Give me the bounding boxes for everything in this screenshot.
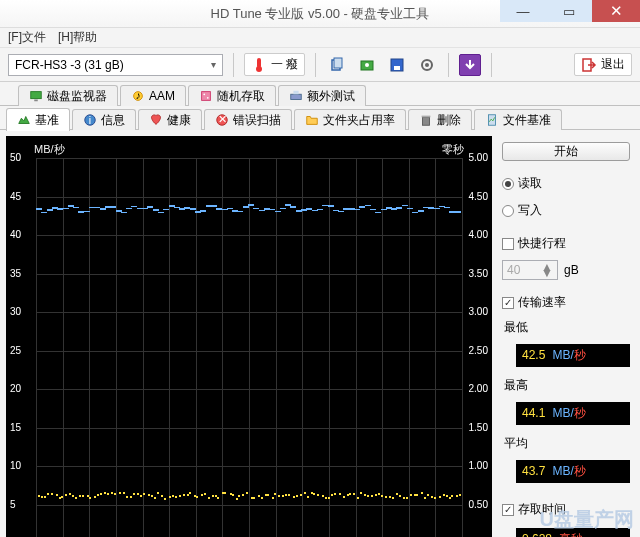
svg-rect-3 — [334, 58, 342, 68]
chevron-down-icon: ▾ — [211, 59, 216, 70]
y-right-unit: 零秒 — [442, 142, 464, 157]
y-right-tick: 3.50 — [469, 268, 488, 279]
screenshot-button[interactable] — [356, 54, 378, 76]
tab-health[interactable]: 健康 — [138, 109, 202, 130]
avg-value: 43.7 MB/秒 — [516, 460, 630, 483]
svg-text:♪: ♪ — [135, 89, 140, 101]
temperature-display: 一 癈 — [244, 53, 305, 76]
svg-point-1 — [256, 66, 262, 72]
write-radio[interactable]: 写入 — [502, 202, 630, 219]
tab-row-upper: 磁盘监视器♪AAM随机存取额外测试 — [0, 82, 640, 106]
y-left-tick: 15 — [10, 422, 21, 433]
radio-icon — [502, 178, 514, 190]
tab-info[interactable]: i信息 — [72, 109, 136, 130]
svg-rect-12 — [34, 100, 38, 102]
max-value: 44.1 MB/秒 — [516, 402, 630, 425]
error-icon: ✕ — [215, 113, 229, 127]
svg-rect-24 — [423, 117, 430, 125]
read-radio[interactable]: 读取 — [502, 175, 630, 192]
short-stroke-checkbox[interactable]: 快捷行程 — [502, 235, 630, 252]
y-right-tick: 2.00 — [469, 383, 488, 394]
maximize-button[interactable]: ▭ — [546, 0, 592, 22]
save-button[interactable] — [386, 54, 408, 76]
min-label: 最低 — [504, 319, 630, 336]
min-value: 42.5 MB/秒 — [516, 344, 630, 367]
settings-button[interactable] — [416, 54, 438, 76]
random-icon — [199, 89, 213, 103]
benchmark-chart: MB/秒 零秒 505.00454.50404.00353.50303.0025… — [6, 136, 492, 537]
y-left-tick: 5 — [10, 499, 16, 510]
checkbox-icon — [502, 504, 514, 516]
tab-aam[interactable]: ♪AAM — [120, 85, 186, 106]
y-right-tick: 1.50 — [469, 422, 488, 433]
title-bar: HD Tune 专业版 v5.00 - 硬盘专业工具 — ▭ ✕ — [0, 0, 640, 28]
side-panel: 开始 读取 写入 快捷行程 40▲▼ gB 传输速率 最低 42.5 MB/秒 … — [492, 136, 634, 537]
info-icon: i — [83, 113, 97, 127]
access-value: 0.628 毫秒 — [516, 528, 630, 537]
menu-bar: [F]文件 [H]帮助 — [0, 28, 640, 48]
access-time-checkbox[interactable]: 存取时间 — [502, 501, 630, 518]
svg-point-16 — [203, 93, 205, 95]
tab-folder[interactable]: 文件夹占用率 — [294, 109, 406, 130]
short-stroke-value[interactable]: 40▲▼ — [502, 260, 558, 280]
y-right-tick: 4.00 — [469, 229, 488, 240]
y-right-tick: 0.50 — [469, 499, 488, 510]
camera-icon — [359, 57, 375, 73]
tab-monitor[interactable]: 磁盘监视器 — [18, 85, 118, 106]
close-button[interactable]: ✕ — [592, 0, 640, 22]
copy-button[interactable] — [326, 54, 348, 76]
y-right-tick: 3.00 — [469, 306, 488, 317]
svg-rect-7 — [394, 66, 400, 70]
svg-point-17 — [207, 97, 209, 99]
radio-icon — [502, 205, 514, 217]
svg-point-9 — [425, 63, 429, 67]
y-right-tick: 2.50 — [469, 345, 488, 356]
svg-rect-15 — [202, 92, 211, 101]
exit-icon — [581, 57, 597, 73]
svg-rect-25 — [422, 116, 431, 118]
svg-point-5 — [365, 63, 369, 67]
bench-icon — [17, 113, 31, 127]
window-title: HD Tune 专业版 v5.00 - 硬盘专业工具 — [211, 5, 430, 23]
tab-filebench[interactable]: 文件基准 — [474, 109, 562, 130]
delete-icon — [419, 113, 433, 127]
y-left-tick: 30 — [10, 306, 21, 317]
y-left-unit: MB/秒 — [34, 142, 65, 157]
aam-icon: ♪ — [131, 89, 145, 103]
y-left-tick: 50 — [10, 152, 21, 163]
monitor-icon — [29, 89, 43, 103]
y-right-tick: 5.00 — [469, 152, 488, 163]
transfer-rate-checkbox[interactable]: 传输速率 — [502, 294, 630, 311]
minimize-button[interactable]: — — [500, 0, 546, 22]
tab-error[interactable]: ✕错误扫描 — [204, 109, 292, 130]
checkbox-icon — [502, 297, 514, 309]
max-label: 最高 — [504, 377, 630, 394]
tab-delete[interactable]: 删除 — [408, 109, 472, 130]
refresh-button[interactable] — [459, 54, 481, 76]
svg-text:✕: ✕ — [218, 113, 227, 125]
down-arrow-icon — [462, 57, 478, 73]
menu-file[interactable]: [F]文件 — [8, 29, 46, 46]
exit-button[interactable]: 退出 — [574, 53, 632, 76]
extra-icon — [289, 89, 303, 103]
y-right-tick: 1.00 — [469, 460, 488, 471]
tab-extra[interactable]: 额外测试 — [278, 85, 366, 106]
menu-help[interactable]: [H]帮助 — [58, 29, 97, 46]
folder-icon — [305, 113, 319, 127]
thermometer-icon — [251, 57, 267, 73]
drive-select-value: FCR-HS3 -3 (31 gB) — [15, 58, 124, 72]
y-left-tick: 40 — [10, 229, 21, 240]
tab-row-lower: 基准i信息健康✕错误扫描文件夹占用率删除文件基准 — [0, 106, 640, 130]
svg-rect-18 — [291, 94, 302, 99]
tab-bench[interactable]: 基准 — [6, 108, 70, 131]
health-icon — [149, 113, 163, 127]
avg-label: 平均 — [504, 435, 630, 452]
y-left-tick: 25 — [10, 345, 21, 356]
filebench-icon — [485, 113, 499, 127]
svg-rect-19 — [293, 91, 298, 95]
toolbar: FCR-HS3 -3 (31 gB) ▾ 一 癈 退出 — [0, 48, 640, 82]
checkbox-icon — [502, 238, 514, 250]
start-button[interactable]: 开始 — [502, 142, 630, 161]
tab-random[interactable]: 随机存取 — [188, 85, 276, 106]
drive-select[interactable]: FCR-HS3 -3 (31 gB) ▾ — [8, 54, 223, 76]
